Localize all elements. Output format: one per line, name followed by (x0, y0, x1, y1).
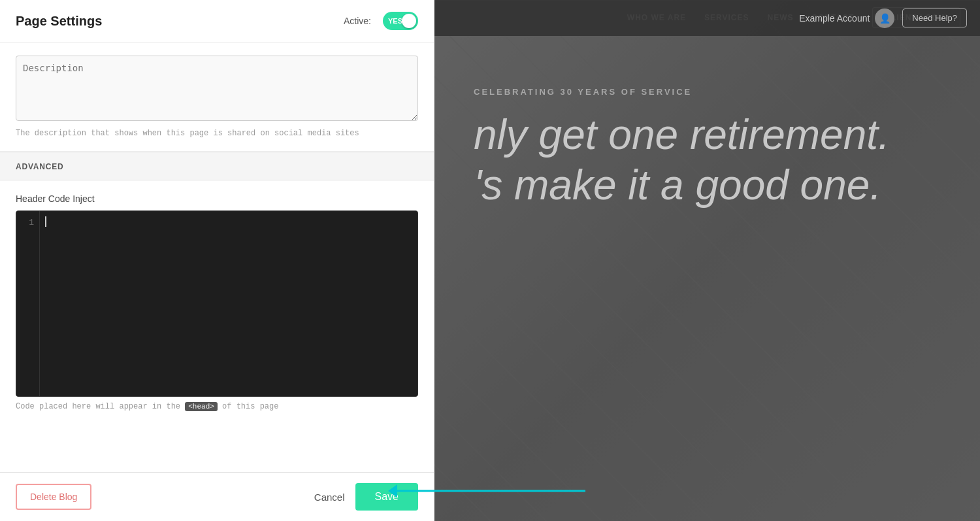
active-label: Active: (344, 16, 371, 26)
advanced-section-header: ADVANCED (0, 152, 434, 180)
panel-header: Page Settings Active: YES (0, 0, 434, 42)
account-avatar: 👤 (875, 8, 894, 28)
code-inject-section: Header Code Inject 1 Code placed here wi… (0, 180, 434, 424)
page-settings-panel: Page Settings Active: YES The descriptio… (0, 0, 434, 521)
code-hint: Code placed here will appear in the <hea… (16, 402, 418, 411)
description-section: The description that shows when this pag… (0, 42, 434, 152)
line-number-1: 1 (16, 216, 39, 229)
website-preview: Example Account 👤 Need Help? WHO WE ARE … (434, 0, 980, 521)
active-toggle-container: Active: YES (344, 12, 418, 30)
hero-title: nly get one retirement. 's make it a goo… (474, 110, 941, 210)
cancel-button[interactable]: Cancel (314, 492, 345, 503)
toggle-yes-label: YES (388, 17, 402, 25)
panel-title: Page Settings (16, 14, 102, 29)
code-editor[interactable]: 1 (16, 210, 418, 397)
active-toggle[interactable]: YES (383, 12, 418, 30)
account-name: Example Account (799, 13, 870, 24)
line-numbers: 1 (16, 211, 40, 396)
admin-toolbar: Example Account 👤 Need Help? (434, 0, 980, 36)
description-textarea[interactable] (16, 56, 418, 121)
code-hint-suffix: of this page (222, 402, 278, 411)
cursor-line (45, 216, 412, 227)
footer-right: Cancel Save (314, 483, 418, 511)
hero-subtitle: CELEBRATING 30 YEARS OF SERVICE (474, 87, 941, 97)
code-area[interactable] (40, 211, 417, 396)
code-inject-label: Header Code Inject (16, 193, 418, 204)
advanced-label: ADVANCED (16, 162, 64, 171)
save-button[interactable]: Save (355, 483, 418, 511)
description-hint: The description that shows when this pag… (16, 129, 418, 138)
panel-footer: Delete Blog Cancel Save (0, 472, 434, 521)
head-tag: <head> (185, 402, 218, 411)
hero-line-2: 's make it a good one. (474, 160, 941, 210)
text-cursor (45, 216, 46, 227)
account-info: Example Account 👤 (799, 8, 894, 28)
toggle-knob (402, 14, 416, 28)
hero-section: CELEBRATING 30 YEARS OF SERVICE nly get … (434, 35, 980, 210)
delete-blog-button[interactable]: Delete Blog (16, 484, 91, 510)
need-help-button[interactable]: Need Help? (902, 8, 967, 27)
code-hint-prefix: Code placed here will appear in the (16, 402, 180, 411)
hero-line-1: nly get one retirement. (474, 110, 941, 160)
panel-content: The description that shows when this pag… (0, 42, 434, 472)
